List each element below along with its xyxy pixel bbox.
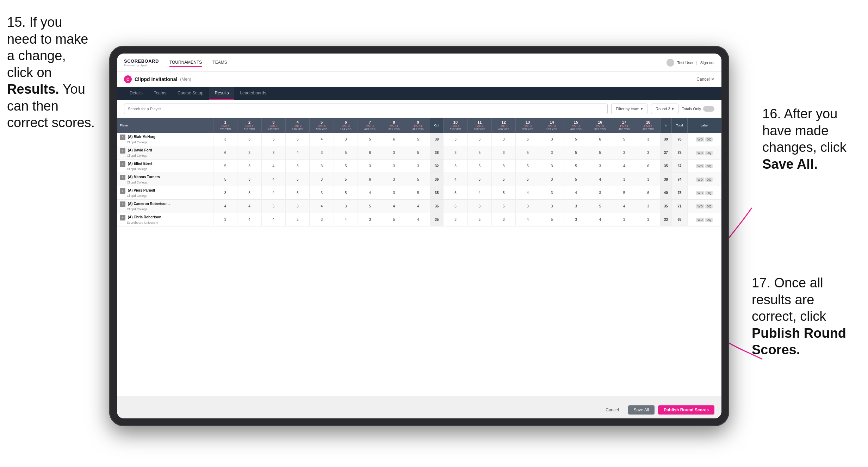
- score-0-16[interactable]: 6: [588, 133, 612, 146]
- score-6-7[interactable]: 3: [358, 213, 382, 226]
- dq-btn-0[interactable]: DQ: [705, 137, 713, 142]
- filter-by-team-btn[interactable]: Filter by team ▾: [611, 104, 647, 114]
- wd-btn-4[interactable]: WD: [696, 191, 704, 195]
- score-3-13[interactable]: 5: [516, 173, 540, 186]
- score-4-16[interactable]: 3: [588, 186, 612, 200]
- score-1-7[interactable]: 6: [358, 146, 382, 160]
- score-1-18[interactable]: 3: [636, 146, 660, 160]
- score-4-13[interactable]: 4: [516, 186, 540, 200]
- score-2-5[interactable]: 3: [310, 160, 334, 173]
- score-0-13[interactable]: 6: [516, 133, 540, 146]
- score-2-9[interactable]: 3: [406, 160, 430, 173]
- score-3-3[interactable]: 4: [261, 173, 285, 186]
- tab-course-setup[interactable]: Course Setup: [172, 87, 209, 100]
- score-2-16[interactable]: 3: [588, 160, 612, 173]
- dq-btn-4[interactable]: DQ: [705, 191, 713, 195]
- score-0-6[interactable]: 3: [334, 133, 358, 146]
- score-1-16[interactable]: 5: [588, 146, 612, 160]
- score-2-4[interactable]: 3: [286, 160, 310, 173]
- dq-btn-1[interactable]: DQ: [705, 151, 713, 155]
- score-2-14[interactable]: 3: [540, 160, 564, 173]
- score-0-15[interactable]: 5: [564, 133, 588, 146]
- score-1-11[interactable]: 5: [467, 146, 491, 160]
- score-3-5[interactable]: 3: [310, 173, 334, 186]
- nav-tournaments[interactable]: TOURNAMENTS: [169, 58, 202, 67]
- score-0-10[interactable]: 3: [444, 133, 467, 146]
- score-4-6[interactable]: 5: [334, 186, 358, 200]
- score-6-4[interactable]: 5: [286, 213, 310, 226]
- score-5-15[interactable]: 3: [564, 200, 588, 213]
- score-4-11[interactable]: 4: [467, 186, 491, 200]
- score-4-7[interactable]: 4: [358, 186, 382, 200]
- tab-results[interactable]: Results: [209, 87, 234, 100]
- score-1-4[interactable]: 4: [286, 146, 310, 160]
- score-3-11[interactable]: 5: [467, 173, 491, 186]
- score-6-2[interactable]: 4: [237, 213, 261, 226]
- wd-btn-5[interactable]: WD: [696, 204, 704, 208]
- score-4-10[interactable]: 5: [444, 186, 467, 200]
- score-5-3[interactable]: 5: [261, 200, 285, 213]
- score-4-17[interactable]: 5: [612, 186, 636, 200]
- save-all-btn[interactable]: Save All: [628, 405, 655, 415]
- cancel-footer-btn[interactable]: Cancel: [600, 405, 624, 415]
- score-3-4[interactable]: 5: [286, 173, 310, 186]
- score-5-2[interactable]: 4: [237, 200, 261, 213]
- score-6-3[interactable]: 4: [261, 213, 285, 226]
- wd-btn-0[interactable]: WD: [696, 137, 704, 142]
- score-6-11[interactable]: 5: [467, 213, 491, 226]
- score-3-18[interactable]: 3: [636, 173, 660, 186]
- score-5-14[interactable]: 3: [540, 200, 564, 213]
- score-5-1[interactable]: 4: [213, 200, 237, 213]
- nav-teams[interactable]: TEAMS: [212, 58, 227, 67]
- score-2-7[interactable]: 3: [358, 160, 382, 173]
- score-0-8[interactable]: 6: [382, 133, 406, 146]
- score-4-8[interactable]: 3: [382, 186, 406, 200]
- score-1-8[interactable]: 3: [382, 146, 406, 160]
- score-3-6[interactable]: 5: [334, 173, 358, 186]
- score-0-1[interactable]: 3: [213, 133, 237, 146]
- search-input[interactable]: [124, 104, 608, 114]
- score-5-7[interactable]: 5: [358, 200, 382, 213]
- score-2-1[interactable]: 5: [213, 160, 237, 173]
- sign-out-link[interactable]: Sign out: [700, 61, 714, 65]
- score-1-6[interactable]: 5: [334, 146, 358, 160]
- score-6-10[interactable]: 3: [444, 213, 467, 226]
- score-6-14[interactable]: 5: [540, 213, 564, 226]
- tab-teams[interactable]: Teams: [148, 87, 172, 100]
- score-2-8[interactable]: 3: [382, 160, 406, 173]
- score-3-10[interactable]: 4: [444, 173, 467, 186]
- score-3-15[interactable]: 5: [564, 173, 588, 186]
- totals-switch[interactable]: [703, 106, 714, 112]
- score-4-2[interactable]: 3: [237, 186, 261, 200]
- tab-leaderboards[interactable]: Leaderboards: [234, 87, 272, 100]
- score-3-7[interactable]: 6: [358, 173, 382, 186]
- score-4-14[interactable]: 3: [540, 186, 564, 200]
- wd-btn-2[interactable]: WD: [696, 164, 704, 168]
- score-0-4[interactable]: 5: [286, 133, 310, 146]
- score-4-12[interactable]: 5: [492, 186, 516, 200]
- score-2-12[interactable]: 3: [492, 160, 516, 173]
- score-6-16[interactable]: 4: [588, 213, 612, 226]
- score-1-10[interactable]: 3: [444, 146, 467, 160]
- score-1-3[interactable]: 3: [261, 146, 285, 160]
- score-0-2[interactable]: 3: [237, 133, 261, 146]
- score-2-6[interactable]: 5: [334, 160, 358, 173]
- score-6-6[interactable]: 4: [334, 213, 358, 226]
- score-3-14[interactable]: 3: [540, 173, 564, 186]
- score-5-9[interactable]: 4: [406, 200, 430, 213]
- score-5-10[interactable]: 6: [444, 200, 467, 213]
- score-5-6[interactable]: 3: [334, 200, 358, 213]
- score-0-12[interactable]: 3: [492, 133, 516, 146]
- score-3-12[interactable]: 5: [492, 173, 516, 186]
- dq-btn-3[interactable]: DQ: [705, 178, 713, 182]
- wd-btn-3[interactable]: WD: [696, 178, 704, 182]
- score-0-3[interactable]: 5: [261, 133, 285, 146]
- score-6-17[interactable]: 3: [612, 213, 636, 226]
- score-1-1[interactable]: 6: [213, 146, 237, 160]
- score-0-14[interactable]: 3: [540, 133, 564, 146]
- score-4-15[interactable]: 4: [564, 186, 588, 200]
- score-1-15[interactable]: 5: [564, 146, 588, 160]
- score-3-1[interactable]: 5: [213, 173, 237, 186]
- score-5-12[interactable]: 5: [492, 200, 516, 213]
- score-2-2[interactable]: 3: [237, 160, 261, 173]
